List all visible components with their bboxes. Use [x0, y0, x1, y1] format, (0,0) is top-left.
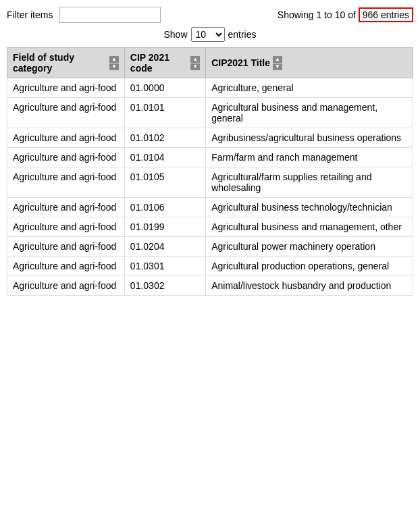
table-header-row: Field of study category ▲ ▼ CIP 2021 cod… — [7, 48, 413, 78]
cell-field: Agriculture and agri-food — [7, 276, 125, 296]
table-row: Agriculture and agri-food01.0102Agribusi… — [7, 128, 413, 148]
cell-title: Agricultural production operations, gene… — [206, 257, 413, 276]
col-code: CIP 2021 code ▲ ▼ — [124, 48, 205, 78]
col-field-sort-asc[interactable]: ▲ — [109, 56, 119, 63]
cell-code: 01.0199 — [124, 217, 205, 237]
showing-count: 966 entries — [359, 7, 413, 22]
col-title: CIP2021 Title ▲ ▼ — [206, 48, 413, 78]
cell-title: Agricultural/farm supplies retailing and… — [206, 167, 413, 198]
table-row: Agriculture and agri-food01.0106Agricult… — [7, 198, 413, 217]
cell-title: Agricultural business and management, ge… — [206, 98, 413, 128]
cell-field: Agriculture and agri-food — [7, 167, 125, 198]
showing-text: Showing 1 to 10 of 966 entries — [278, 9, 413, 20]
table-row: Agriculture and agri-food01.0101Agricult… — [7, 98, 413, 128]
col-title-sort-desc[interactable]: ▼ — [273, 63, 282, 70]
cell-field: Agriculture and agri-food — [7, 78, 125, 98]
cell-code: 01.0105 — [124, 167, 205, 198]
col-title-sort-asc[interactable]: ▲ — [273, 56, 282, 63]
show-bar: Show 10 25 50 100 entries — [7, 27, 413, 42]
per-page-select[interactable]: 10 25 50 100 — [191, 27, 225, 42]
showing-prefix: Showing 1 to 10 of — [278, 9, 356, 20]
cell-field: Agriculture and agri-food — [7, 237, 125, 257]
table-row: Agriculture and agri-food01.0302Animal/l… — [7, 276, 413, 296]
filter-input[interactable] — [59, 7, 161, 23]
cell-field: Agriculture and agri-food — [7, 148, 125, 167]
cell-field: Agriculture and agri-food — [7, 257, 125, 276]
col-code-sort-asc[interactable]: ▲ — [190, 56, 200, 63]
cell-code: 01.0000 — [124, 78, 205, 98]
filter-label: Filter items — [7, 9, 53, 20]
cell-field: Agriculture and agri-food — [7, 128, 125, 148]
table-row: Agriculture and agri-food01.0104Farm/far… — [7, 148, 413, 167]
top-bar: Filter items Showing 1 to 10 of 966 entr… — [7, 7, 413, 23]
col-code-sort[interactable]: ▲ ▼ — [190, 56, 200, 70]
table-row: Agriculture and agri-food01.0105Agricult… — [7, 167, 413, 198]
data-table: Field of study category ▲ ▼ CIP 2021 cod… — [7, 47, 413, 296]
cell-title: Agricultural power machinery operation — [206, 237, 413, 257]
table-row: Agriculture and agri-food01.0000Agricult… — [7, 78, 413, 98]
col-code-sort-desc[interactable]: ▼ — [190, 63, 200, 70]
col-field-label: Field of study category — [13, 52, 107, 74]
col-title-sort[interactable]: ▲ ▼ — [273, 56, 282, 70]
cell-code: 01.0301 — [124, 257, 205, 276]
cell-code: 01.0104 — [124, 148, 205, 167]
col-field-sort[interactable]: ▲ ▼ — [109, 56, 119, 70]
col-title-label: CIP2021 Title — [211, 57, 270, 68]
cell-code: 01.0101 — [124, 98, 205, 128]
cell-code: 01.0204 — [124, 237, 205, 257]
table-row: Agriculture and agri-food01.0301Agricult… — [7, 257, 413, 276]
table-row: Agriculture and agri-food01.0199Agricult… — [7, 217, 413, 237]
table-body: Agriculture and agri-food01.0000Agricult… — [7, 78, 413, 296]
cell-field: Agriculture and agri-food — [7, 198, 125, 217]
cell-code: 01.0106 — [124, 198, 205, 217]
cell-title: Farm/farm and ranch management — [206, 148, 413, 167]
col-field: Field of study category ▲ ▼ — [7, 48, 125, 78]
cell-title: Agriculture, general — [206, 78, 413, 98]
cell-title: Agricultural business and management, ot… — [206, 217, 413, 237]
cell-title: Animal/livestock husbandry and productio… — [206, 276, 413, 296]
table-row: Agriculture and agri-food01.0204Agricult… — [7, 237, 413, 257]
cell-code: 01.0302 — [124, 276, 205, 296]
show-label: Show — [163, 29, 187, 40]
cell-field: Agriculture and agri-food — [7, 217, 125, 237]
col-code-label: CIP 2021 code — [130, 52, 188, 74]
cell-title: Agribusiness/agricultural business opera… — [206, 128, 413, 148]
col-field-sort-desc[interactable]: ▼ — [109, 63, 119, 70]
cell-code: 01.0102 — [124, 128, 205, 148]
entries-label: entries — [228, 29, 257, 40]
cell-field: Agriculture and agri-food — [7, 98, 125, 128]
cell-title: Agricultural business technology/technic… — [206, 198, 413, 217]
